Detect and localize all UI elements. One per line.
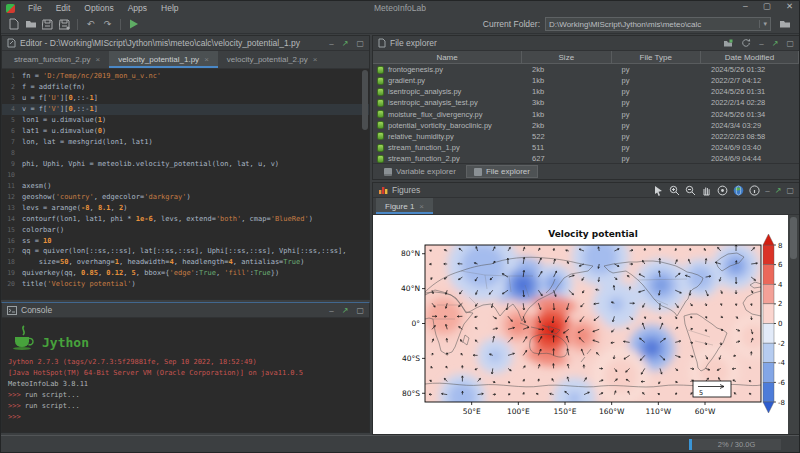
globe-icon[interactable]: [733, 185, 744, 196]
column-header[interactable]: Size: [522, 51, 611, 64]
jython-logo-text: Jython: [42, 333, 89, 353]
line-number: 4: [2, 105, 22, 113]
tab-close-icon[interactable]: ×: [204, 55, 209, 64]
open-file-icon[interactable]: [23, 17, 38, 32]
new-file-icon[interactable]: [6, 17, 21, 32]
explorer-tab-variable-explorer[interactable]: Variable explorer: [377, 165, 463, 178]
zoom-in-icon[interactable]: [669, 185, 680, 196]
console-icon: [7, 306, 17, 315]
code-text: phi, Uphi, Vphi = meteolib.velocity_pote…: [22, 160, 279, 168]
figures-title: Figures: [392, 185, 420, 195]
menu-file[interactable]: File: [21, 3, 49, 13]
file-name-cell: isentropic_analysis_test.py: [373, 98, 522, 107]
console-output[interactable]: Jython Jython 2.7.3 (tags/v2.7.3:5f29881…: [2, 318, 369, 432]
editor-panel: Editor - D:\Working\MIScript\Jython\mis\…: [1, 35, 370, 300]
current-folder-combo[interactable]: D:\Working\MIScript\Jython\mis\meteo\cal…: [545, 17, 771, 31]
console-maximize-icon[interactable]: ▢: [356, 306, 364, 315]
console-minimize-icon[interactable]: –: [329, 306, 333, 315]
figures-minimize-icon[interactable]: –: [765, 186, 769, 195]
menu-help[interactable]: Help: [154, 3, 185, 13]
file-name-cell: moisture_flux_divergency.py: [373, 110, 522, 119]
python-file-icon: [377, 66, 384, 74]
table-row[interactable]: frontogenesis.py2kbpy2024/5/26 01:32: [373, 64, 799, 75]
editor-tab[interactable]: velocity_potential_1.py×: [109, 51, 218, 68]
code-line: 9phi, Uphi, Vphi = meteolib.velocity_pot…: [2, 159, 369, 170]
maximize-window-icon[interactable]: ▢: [763, 1, 771, 11]
table-row[interactable]: stream_function_1.py511py2024/6/9 03:40: [373, 142, 799, 153]
svg-text:-6: -6: [778, 379, 786, 387]
close-window-icon[interactable]: ✕: [786, 1, 793, 11]
code-text: lat1 = u.dimvalue(0): [22, 127, 106, 135]
tab-close-icon[interactable]: ×: [419, 202, 424, 211]
redo-icon[interactable]: ↷: [100, 17, 115, 32]
svg-text:4: 4: [778, 281, 783, 289]
figure-scrollbar[interactable]: [788, 215, 799, 434]
code-text: lon1 = u.dimvalue(1): [22, 116, 106, 124]
figure-canvas[interactable]: Velocity potential50°E100°E150°E160°W110…: [373, 215, 788, 434]
code-text: f = addfile(fn): [22, 83, 85, 91]
file-explorer-float-icon[interactable]: ↗: [772, 39, 779, 48]
undo-icon[interactable]: ↶: [83, 17, 98, 32]
zoom-full-extent-icon[interactable]: [717, 185, 728, 196]
editor-tab-label: stream_function_2.py: [14, 55, 91, 64]
code-text: u = f['U'][0,::-1]: [22, 94, 98, 102]
python-file-icon: [377, 155, 384, 163]
console-panel: Console – ↗ ▢ Jython Jython 2.7.3 (tags/…: [1, 302, 370, 433]
file-name-cell: stream_function_2.py: [373, 154, 522, 163]
save-as-icon[interactable]: [57, 17, 72, 32]
figures-float-icon[interactable]: ↗: [775, 186, 782, 195]
file-name-cell: isentropic_analysis.py: [373, 87, 522, 96]
column-header[interactable]: File Type: [612, 51, 701, 64]
refresh-icon[interactable]: [741, 38, 751, 48]
file-cell: py: [612, 143, 701, 152]
info-icon[interactable]: [749, 185, 760, 196]
parent-folder-icon[interactable]: [723, 39, 733, 48]
table-row[interactable]: gradient.py1kbpy2022/2/7 04:12: [373, 75, 799, 86]
column-header[interactable]: Name: [373, 51, 522, 64]
code-text: v = f['V'][0,::-1]: [22, 105, 98, 113]
editor-tab[interactable]: stream_function_2.py×: [5, 51, 109, 68]
figures-maximize-icon[interactable]: ▢: [786, 186, 794, 195]
file-cell: 2022/2/23 08:58: [701, 132, 799, 141]
file-explorer-minimize-icon[interactable]: –: [759, 39, 763, 48]
run-script-icon[interactable]: [126, 17, 141, 32]
save-icon[interactable]: [40, 17, 55, 32]
figure-tab[interactable]: Figure 1 ×: [376, 198, 433, 214]
line-number: 5: [2, 116, 22, 124]
svg-text:60°W: 60°W: [695, 407, 716, 416]
table-row[interactable]: isentropic_analysis_test.py3kbpy2022/2/1…: [373, 97, 799, 108]
pointer-tool-icon[interactable]: [653, 185, 664, 196]
browse-folder-icon[interactable]: [777, 17, 792, 32]
file-table-header: NameSizeFile TypeDate Modified: [373, 51, 799, 64]
code-editor[interactable]: 1fn = 'D:/Temp/nc/2019_mon_u_v.nc'2f = a…: [2, 69, 369, 299]
code-text: geoshow('country', edgecolor='darkgray'): [22, 193, 191, 201]
menu-edit[interactable]: Edit: [49, 3, 78, 13]
editor-tab[interactable]: velocity_potential_2.py×: [218, 51, 327, 68]
table-row[interactable]: potential_vorticity_baroclinic.py2kbpy20…: [373, 120, 799, 131]
editor-minimize-icon[interactable]: –: [329, 39, 333, 48]
editor-maximize-icon[interactable]: ▢: [356, 39, 364, 48]
console-float-icon[interactable]: ↗: [342, 306, 349, 315]
file-cell: 2024/5/26 01:34: [701, 110, 799, 119]
tab-close-icon[interactable]: ×: [313, 55, 318, 64]
menu-apps[interactable]: Apps: [121, 3, 154, 13]
table-row[interactable]: isentropic_analysis.py1kbpy2024/5/26 01:…: [373, 86, 799, 97]
column-header[interactable]: Date Modified: [701, 51, 799, 64]
table-row[interactable]: relative_humidity.py522py2022/2/23 08:58: [373, 131, 799, 142]
svg-text:-8: -8: [778, 399, 785, 407]
pan-tool-icon[interactable]: [701, 185, 712, 196]
tab-close-icon[interactable]: ×: [96, 55, 101, 64]
file-cell: 1kb: [522, 87, 611, 96]
menu-options[interactable]: Options: [77, 3, 120, 13]
editor-float-icon[interactable]: ↗: [342, 39, 349, 48]
zoom-out-icon[interactable]: [685, 185, 696, 196]
file-explorer-maximize-icon[interactable]: ▢: [786, 39, 794, 48]
line-number: 11: [2, 182, 22, 190]
explorer-tab-file-explorer[interactable]: File explorer: [466, 165, 538, 178]
chevron-down-icon[interactable]: ▾: [759, 20, 767, 28]
editor-scrollbar[interactable]: [362, 70, 368, 130]
table-row[interactable]: moisture_flux_divergency.py1kbpy2024/5/2…: [373, 109, 799, 120]
file-cell: 2024/5/26 01:31: [701, 87, 799, 96]
minimize-window-icon[interactable]: –: [743, 1, 748, 11]
svg-text:0°: 0°: [411, 319, 420, 328]
